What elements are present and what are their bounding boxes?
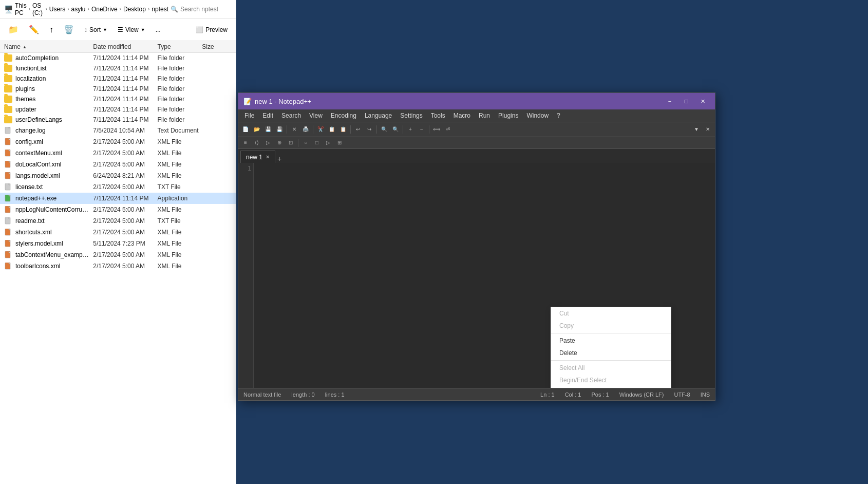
- find-btn[interactable]: 🔍: [379, 124, 389, 135]
- tab-close-icon[interactable]: ✕: [266, 154, 270, 160]
- status-lines: lines : 1: [325, 392, 345, 398]
- file-name-text: localization: [15, 75, 46, 82]
- breadcrumb-osc[interactable]: OS (C:): [32, 2, 43, 16]
- paste-btn[interactable]: 📋: [338, 124, 348, 135]
- save-all-btn[interactable]: 💾: [274, 124, 285, 135]
- context-menu-item: Invert Selection in Column Mode: [551, 386, 671, 388]
- file-row[interactable]: stylers.model.xml 5/11/2024 7:23 PM XML …: [0, 238, 236, 249]
- header-name[interactable]: Name ▲: [4, 43, 93, 50]
- print-btn[interactable]: 🖨️: [300, 124, 311, 135]
- breadcrumb-this-pc[interactable]: This PC: [15, 2, 27, 16]
- header-type[interactable]: Type: [158, 43, 202, 50]
- header-date[interactable]: Date modified: [93, 43, 157, 50]
- file-row[interactable]: config.xml 2/17/2024 5:00 AM XML File: [0, 136, 236, 147]
- word-wrap-btn[interactable]: ⏎: [443, 124, 453, 135]
- file-row[interactable]: contextMenu.xml 2/17/2024 5:00 AM XML Fi…: [0, 147, 236, 159]
- maximize-button[interactable]: □: [679, 96, 693, 107]
- delete-button[interactable]: 🗑️: [60, 23, 78, 36]
- menu-item-macro[interactable]: Macro: [449, 111, 475, 120]
- file-row[interactable]: localization 7/11/2024 11:14 PM File fol…: [0, 73, 236, 84]
- zoom-out-btn[interactable]: −: [417, 124, 427, 135]
- share-button[interactable]: ↑: [45, 23, 58, 36]
- minimize-button[interactable]: −: [663, 96, 677, 107]
- toolbar2-btn5[interactable]: ⊡: [286, 138, 296, 148]
- menu-item-view[interactable]: View: [305, 111, 327, 120]
- more-button[interactable]: ...: [152, 24, 165, 35]
- menu-item-window[interactable]: Window: [522, 111, 553, 120]
- file-row[interactable]: nppLogNulContentCorruptionIssue.xml 2/17…: [0, 204, 236, 215]
- open-file-btn[interactable]: 📂: [252, 124, 262, 135]
- notepad-editor[interactable]: 1 CutCopyPasteDeleteSelect AllBegin/End …: [238, 163, 715, 388]
- menu-item-search[interactable]: Search: [277, 111, 305, 120]
- undo-btn[interactable]: ↩: [353, 124, 363, 135]
- folder-icon: [4, 65, 12, 72]
- toolbar2-btn2[interactable]: ⟨⟩: [252, 138, 262, 148]
- sort-button[interactable]: ↕ Sort ▼: [80, 24, 111, 35]
- file-row[interactable]: toolbarIcons.xml 2/17/2024 5:00 AM XML F…: [0, 260, 236, 272]
- close-btn[interactable]: ✕: [289, 124, 299, 135]
- menu-item-?[interactable]: ?: [553, 111, 564, 120]
- zoom-in-btn[interactable]: +: [405, 124, 416, 135]
- header-size[interactable]: Size: [202, 43, 232, 50]
- toolbar2-btn9[interactable]: ⊞: [334, 138, 345, 148]
- file-row[interactable]: notepad++.exe 7/11/2024 11:14 PM Applica…: [0, 193, 236, 204]
- breadcrumb-asylu[interactable]: asylu: [71, 6, 86, 13]
- tab-new1[interactable]: new 1 ✕: [240, 151, 275, 163]
- view-button[interactable]: ☰ View ▼: [114, 24, 149, 35]
- file-row[interactable]: change.log 7/5/2024 10:54 AM Text Docume…: [0, 125, 236, 136]
- search-input[interactable]: [180, 6, 232, 13]
- file-row[interactable]: userDefineLangs 7/11/2024 11:14 PM File …: [0, 115, 236, 125]
- breadcrumb-nptest[interactable]: nptest: [152, 6, 168, 13]
- file-name-text: change.log: [15, 127, 46, 134]
- toolbar2-btn6[interactable]: ○: [300, 138, 311, 148]
- new-folder-button[interactable]: 📁: [4, 23, 23, 36]
- toolbar2-btn8[interactable]: ▷: [323, 138, 333, 148]
- file-row[interactable]: doLocalConf.xml 2/17/2024 5:00 AM XML Fi…: [0, 159, 236, 170]
- file-type: Text Document: [158, 127, 202, 134]
- menu-item-encoding[interactable]: Encoding: [327, 111, 361, 120]
- toolbar2-btn4[interactable]: ⊕: [274, 138, 285, 148]
- tab-close-btn[interactable]: ✕: [703, 124, 713, 135]
- new-file-btn[interactable]: 📄: [240, 124, 251, 135]
- menu-item-run[interactable]: Run: [475, 111, 494, 120]
- redo-btn[interactable]: ↪: [364, 124, 374, 135]
- preview-button[interactable]: ⬜ Preview: [192, 24, 232, 35]
- file-row[interactable]: themes 7/11/2024 11:14 PM File folder: [0, 94, 236, 104]
- file-row[interactable]: autoCompletion 7/11/2024 11:14 PM File f…: [0, 53, 236, 63]
- find-replace-btn[interactable]: 🔍: [390, 124, 401, 135]
- menu-item-language[interactable]: Language: [361, 111, 396, 120]
- file-icon: [4, 239, 12, 248]
- file-type: File folder: [158, 75, 202, 82]
- copy-btn[interactable]: 📋: [327, 124, 337, 135]
- file-icon: [4, 172, 12, 180]
- file-row[interactable]: langs.model.xml 6/24/2024 8:21 AM XML Fi…: [0, 170, 236, 181]
- toolbar2-btn7[interactable]: □: [312, 138, 322, 148]
- file-row[interactable]: tabContextMenu_example.xml 2/17/2024 5:0…: [0, 249, 236, 260]
- file-row[interactable]: shortcuts.xml 2/17/2024 5:00 AM XML File: [0, 227, 236, 238]
- file-row[interactable]: updater 7/11/2024 11:14 PM File folder: [0, 104, 236, 115]
- rename-button[interactable]: ✏️: [25, 23, 43, 36]
- breadcrumb-desktop[interactable]: Desktop: [123, 6, 146, 13]
- close-button[interactable]: ✕: [695, 96, 710, 107]
- menu-item-tools[interactable]: Tools: [427, 111, 449, 120]
- file-row[interactable]: readme.txt 2/17/2024 5:00 AM TXT File: [0, 215, 236, 227]
- toolbar2-btn1[interactable]: ≡: [240, 138, 251, 148]
- toolbar2-btn3[interactable]: ▷: [263, 138, 273, 148]
- save-file-btn[interactable]: 💾: [263, 124, 273, 135]
- add-tab-button[interactable]: +: [277, 155, 281, 163]
- breadcrumb-sep-6: ›: [148, 6, 149, 12]
- sync-scroll-btn[interactable]: ⟺: [431, 124, 442, 135]
- menu-item-edit[interactable]: Edit: [258, 111, 277, 120]
- menu-item-file[interactable]: File: [240, 111, 258, 120]
- breadcrumb-onedrive[interactable]: OneDrive: [91, 6, 118, 13]
- breadcrumb-users[interactable]: Users: [49, 6, 65, 13]
- tab-down-btn[interactable]: ▼: [691, 124, 702, 135]
- context-menu-item[interactable]: Paste: [551, 334, 671, 347]
- menu-item-plugins[interactable]: Plugins: [494, 111, 522, 120]
- context-menu-item[interactable]: Delete: [551, 347, 671, 359]
- file-row[interactable]: license.txt 2/17/2024 5:00 AM TXT File: [0, 181, 236, 193]
- file-row[interactable]: functionList 7/11/2024 11:14 PM File fol…: [0, 63, 236, 73]
- cut-btn[interactable]: ✂️: [315, 124, 326, 135]
- menu-item-settings[interactable]: Settings: [396, 111, 426, 120]
- file-row[interactable]: plugins 7/11/2024 11:14 PM File folder: [0, 84, 236, 94]
